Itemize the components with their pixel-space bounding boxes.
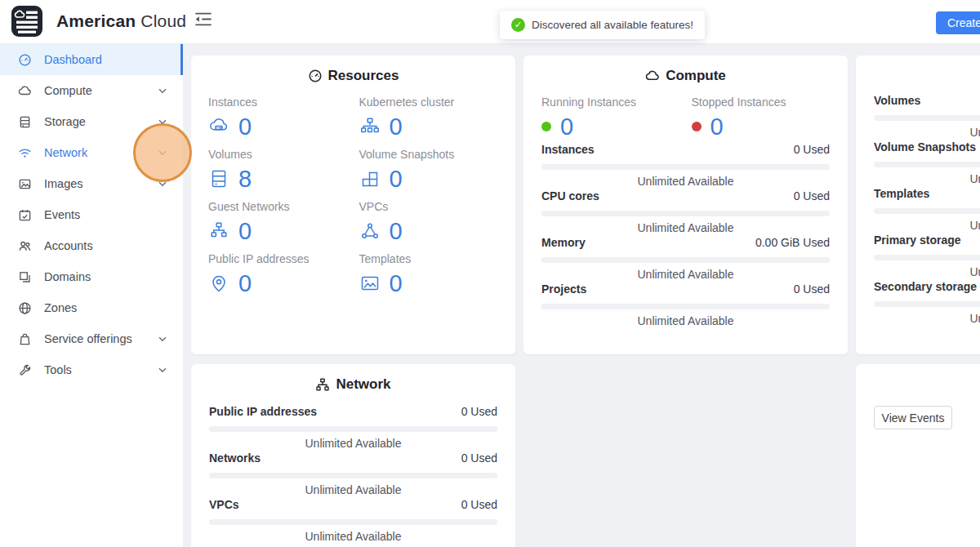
compute-card: Compute Running Instances 0 Stopped Inst… [523,56,848,354]
sidebar-item-label: Zones [44,301,77,314]
stopped-instances-summary: Stopped Instances 0 [692,96,831,139]
wifi-icon [18,146,32,160]
usage-label: Volumes [874,93,920,109]
usage-label: Primary storage [874,233,961,248]
brand-name-light: Cloud [140,11,186,30]
usage-row: Primary storage Unlimited Available [874,233,980,279]
usage-row: Templates Unlimited Available [874,186,980,233]
sidebar-item-network[interactable]: Network [0,137,183,168]
resource-volume-snapshots[interactable]: Volume Snapshots 0 [359,148,499,200]
resource-guest-networks[interactable]: Guest Networks 0 [208,200,348,252]
calendar-check-icon [18,208,32,222]
resource-value: 0 [238,271,252,296]
usage-progress-bar [874,208,980,214]
dashboard-content: Resources Instances 0 Kubernetes cluster [183,44,980,547]
sidebar-item-dashboard[interactable]: Dashboard [0,44,183,75]
running-status-dot [541,122,551,131]
dashboard-icon [18,53,32,67]
menu-fold-icon[interactable] [194,12,212,27]
usage-used: 0 Used [794,189,830,204]
notification-toast: ✓ Discovered all available features! [500,11,705,39]
usage-row: Memory0.00 GiB Used Unlimited Available [541,235,830,282]
usage-label: Secondary storage [874,279,977,295]
cloud-icon [18,84,32,98]
success-check-icon: ✓ [511,18,525,32]
chevron-down-icon [158,181,167,187]
resource-value: 0 [238,114,252,139]
sidebar-item-zones[interactable]: Zones [0,292,183,323]
sidebar-item-label: Storage [44,115,86,128]
usage-label: CPU cores [541,189,599,204]
usage-used: 0 Used [461,404,497,420]
sidebar-item-label: Compute [44,84,92,97]
apartment-icon [208,220,229,242]
resource-value: 0 [390,271,403,296]
usage-label: Templates [874,186,929,202]
resource-label: Instances [208,96,348,109]
build-icon [359,168,381,189]
usage-available: Unlimited Available [874,312,980,326]
resource-volumes[interactable]: Volumes 8 [208,148,348,200]
sidebar-item-label: Accounts [44,239,93,252]
brand-name: American Cloud [56,11,186,31]
globe-icon [18,301,32,315]
sidebar-item-accounts[interactable]: Accounts [0,230,183,261]
sidebar-item-label: Domains [44,270,91,283]
usage-progress-bar [541,304,830,309]
sidebar-item-images[interactable]: Images [0,168,183,199]
usage-label: Projects [541,282,586,297]
usage-row: Instances0 Used Unlimited Available [541,142,830,189]
usage-progress-bar [209,519,497,525]
chevron-down-icon [158,150,167,156]
sidebar-item-compute[interactable]: Compute [0,75,183,106]
usage-used: 0 Used [794,282,830,297]
usage-row: Volume Snapshots Unlimited Available [874,140,980,186]
usage-row: Projects0 Used Unlimited Available [541,282,830,328]
usage-progress-bar [874,162,980,167]
usage-label: Public IP addresses [209,404,317,420]
brand-name-bold: American [56,11,136,30]
storage-card: Volumes Unlimited Available Volume Snaps… [856,56,980,354]
sidebar-item-storage[interactable]: Storage [0,106,183,137]
sidebar-item-label: Events [44,208,80,221]
database-icon [208,168,229,189]
resource-templates[interactable]: Templates 0 [359,252,499,305]
summary-label: Stopped Instances [692,96,831,109]
sidebar-item-events[interactable]: Events [0,199,183,230]
picture-icon [359,273,381,294]
usage-row: Secondary storage Unlimited Available [874,279,980,326]
resource-public-ip-addresses[interactable]: Public IP addresses 0 [208,252,348,305]
compute-card-title: Compute [541,66,830,86]
resource-label: Volumes [208,148,348,162]
usage-available: Unlimited Available [541,175,830,189]
topbar: American Cloud ✓ Discovered all availabl… [0,0,980,44]
usage-row: CPU cores0 Used Unlimited Available [541,189,830,235]
usage-progress-bar [541,164,830,170]
server-icon [18,115,32,129]
brand-logo[interactable]: American Cloud [11,5,186,38]
resource-vpcs[interactable]: VPCs 0 [359,200,499,252]
usage-used: 0 Used [794,142,830,158]
sidebar-item-domains[interactable]: Domains [0,261,183,292]
wrench-icon [18,363,32,377]
usage-progress-bar [541,257,830,263]
resources-grid: Instances 0 Kubernetes cluster 0 [208,96,498,305]
chevron-down-icon [158,367,167,373]
create-button[interactable]: Create [936,11,980,34]
cluster-icon [359,116,381,137]
usage-available: Unlimited Available [541,221,830,235]
view-events-button[interactable]: View Events [874,406,952,429]
usage-available: Unlimited Available [541,314,830,328]
sidebar-item-tools[interactable]: Tools [0,354,183,385]
pin-icon [208,273,229,294]
resource-instances[interactable]: Instances 0 [208,96,348,148]
sidebar-item-label: Network [44,146,87,159]
resource-kubernetes-cluster[interactable]: Kubernetes cluster 0 [359,96,499,148]
usage-progress-bar [209,473,497,478]
toast-message: Discovered all available features! [532,19,693,31]
usage-progress-bar [874,115,980,121]
team-icon [18,239,32,253]
resources-card: Resources Instances 0 Kubernetes cluster [191,56,515,354]
chevron-down-icon [158,88,167,94]
sidebar-item-service-offerings[interactable]: Service offerings [0,323,183,354]
